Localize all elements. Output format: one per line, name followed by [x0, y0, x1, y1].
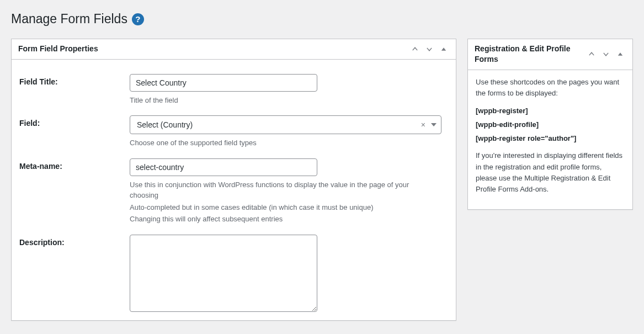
shortcode-list: [wppb-register] [wppb-edit-profile] [wpp…	[476, 107, 625, 142]
panel-header: Form Field Properties	[12, 39, 456, 60]
row-field-type: Field: Select (Country) × Choose one o	[19, 115, 448, 149]
label-field-type: Field:	[19, 115, 130, 128]
field-type-value: Select (Country)	[137, 120, 193, 129]
row-description: Description:	[19, 235, 448, 314]
clear-field-type-icon[interactable]: ×	[419, 120, 428, 129]
help-icon[interactable]: ?	[132, 13, 144, 25]
chevron-down-icon	[431, 120, 437, 129]
svg-marker-2	[618, 53, 622, 56]
side-intro-text: Use these shortcodes on the pages you wa…	[476, 77, 625, 99]
side-move-up-button[interactable]	[586, 49, 597, 60]
help-meta-name-1: Use this in conjunction with WordPress f…	[130, 179, 439, 201]
form-field-properties-panel: Form Field Properties Field Title:	[11, 39, 456, 321]
page-title-text: Manage Form Fields	[11, 11, 127, 28]
field-title-input[interactable]	[130, 74, 317, 92]
help-meta-name-2: Auto-completed but in some cases editabl…	[130, 202, 439, 213]
field-type-select[interactable]: Select (Country) ×	[130, 115, 441, 134]
row-meta-name: Meta-name: Use this in conjunction with …	[19, 158, 448, 225]
shortcode-item: [wppb-register]	[476, 107, 625, 115]
meta-name-input[interactable]	[130, 158, 317, 176]
page-title: Manage Form Fields ?	[11, 11, 633, 28]
side-toggle-panel-button[interactable]	[615, 49, 626, 60]
svg-marker-0	[441, 47, 446, 51]
help-field-title: Title of the field	[130, 95, 439, 106]
panel-title: Form Field Properties	[18, 44, 98, 55]
registration-forms-panel: Registration & Edit Profile Forms Use th…	[467, 39, 633, 210]
label-meta-name: Meta-name:	[19, 158, 130, 171]
svg-marker-1	[431, 123, 437, 126]
help-field-type: Choose one of the supported field types	[130, 137, 439, 149]
move-down-button[interactable]	[424, 44, 435, 55]
side-outro-text: If you're interested in displaying diffe…	[476, 150, 625, 195]
shortcode-item: [wppb-edit-profile]	[476, 120, 625, 129]
side-move-down-button[interactable]	[600, 49, 611, 60]
toggle-panel-button[interactable]	[438, 44, 449, 55]
label-field-title: Field Title:	[19, 74, 130, 86]
label-description: Description:	[19, 235, 130, 247]
row-field-title: Field Title: Title of the field	[19, 74, 448, 106]
shortcode-item: [wppb-register role="author"]	[476, 134, 625, 142]
move-up-button[interactable]	[409, 44, 421, 55]
description-textarea[interactable]	[130, 235, 317, 312]
help-meta-name-3: Changing this will only affect subsequen…	[130, 214, 439, 225]
side-panel-title: Registration & Edit Profile Forms	[475, 44, 579, 65]
side-panel-header: Registration & Edit Profile Forms	[468, 39, 632, 70]
